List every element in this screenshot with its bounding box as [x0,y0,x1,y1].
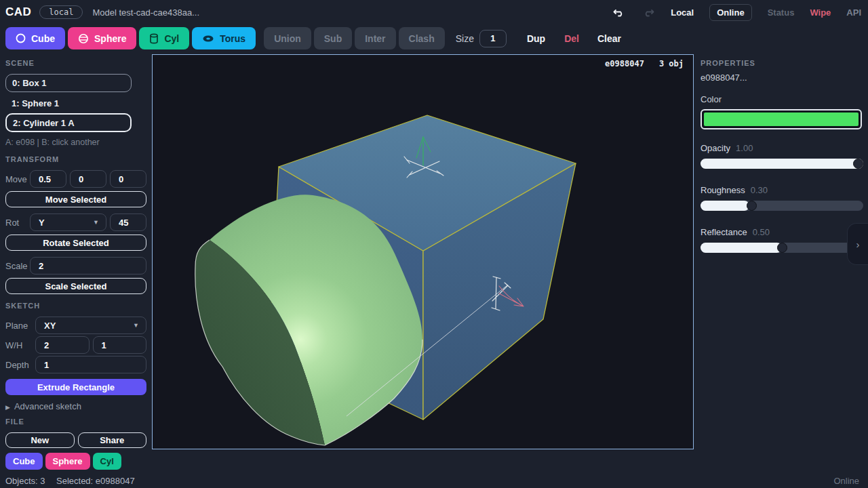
transform-header: TRANSFORM [5,155,146,163]
move-y-input[interactable] [70,170,106,188]
share-button[interactable]: Share [78,432,147,448]
undo-icon[interactable] [612,5,626,19]
rot-label: Rot [5,218,30,228]
connection-status: Online [833,476,859,486]
redo-icon[interactable] [642,5,655,19]
triangle-right-icon: ▶ [5,404,10,411]
scale-input[interactable] [30,257,146,274]
selected-status: Selected: e0988047 [56,476,135,486]
union-button[interactable]: Union [264,27,311,49]
model-name: Model test-cad-cae438aa... [92,7,199,18]
left-sidebar: SCENE 0: Box 1 1: Sphere 1 2: Cylinder 1… [0,49,152,450]
quick-add-chips: Cube Sphere Cyl [5,453,121,470]
width-input[interactable] [35,336,90,354]
sketch-header: SKETCH [5,302,146,310]
add-cyl-button[interactable]: Cyl [139,27,189,49]
plane-select[interactable]: XY▼ [35,317,146,334]
reflectance-slider[interactable] [701,243,863,253]
torus-icon [202,35,214,43]
move-x-input[interactable] [30,170,66,188]
slider-thumb[interactable] [747,201,757,211]
size-label: Size [456,33,474,44]
scene-header: SCENE [5,59,146,67]
rot-angle-input[interactable] [110,214,146,231]
nav-status[interactable]: Status [768,7,795,18]
nav-wipe[interactable]: Wipe [810,7,831,18]
wh-label: W/H [5,340,35,350]
new-button[interactable]: New [5,432,75,448]
rot-axis-select[interactable]: Y▼ [30,214,106,231]
add-cube-button[interactable]: Cube [5,27,65,49]
add-torus-button[interactable]: Torus [192,27,256,49]
scene-render [153,55,693,449]
reflectance-row: Reflectance0.50 [701,227,862,237]
chevron-down-icon: ▼ [133,322,139,329]
rotate-selected-button[interactable]: Rotate Selected [5,235,146,251]
hud-selected-id: e0988047 [605,59,644,68]
status-bar: Objects: 3 Selected: e0988047 Online [0,474,868,488]
advanced-sketch-toggle[interactable]: ▶Advanced sketch [5,401,146,411]
depth-input[interactable] [35,356,146,373]
selected-object-id: e0988047... [701,73,862,83]
color-swatch [704,113,859,126]
move-selected-button[interactable]: Move Selected [5,191,146,207]
move-z-input[interactable] [110,170,146,188]
extrude-rectangle-button[interactable]: Extrude Rectangle [5,379,146,395]
cylinder-icon [149,33,159,44]
selection-hint: A: e098 | B: click another [5,138,146,147]
roughness-slider[interactable] [701,201,863,211]
viewport-3d[interactable]: e0988047 3 obj [152,54,694,449]
nav-local[interactable]: Local [671,7,694,18]
quick-cyl-button[interactable]: Cyl [93,453,121,470]
inter-button[interactable]: Inter [355,27,395,49]
height-input[interactable] [93,336,147,354]
properties-header: PROPERTIES [701,59,862,67]
scene-item-box[interactable]: 0: Box 1 [5,74,132,92]
file-header: FILE [5,418,146,426]
size-input[interactable] [479,30,507,47]
slider-thumb[interactable] [777,243,787,253]
slider-thumb[interactable] [853,159,863,169]
opacity-slider[interactable] [701,159,863,169]
nav-online[interactable]: Online [709,4,751,21]
plane-label: Plane [5,321,35,331]
scene-item-cylinder[interactable]: 2: Cylinder 1 A [5,113,132,132]
depth-label: Depth [5,360,35,370]
top-bar: CAD local Model test-cad-cae438aa... Loc… [0,0,868,24]
local-badge: local [39,5,83,19]
shape-toolbar: Cube Sphere Cyl Torus Union Sub Inter Cl… [0,26,868,50]
quick-sphere-button[interactable]: Sphere [45,453,90,470]
panel-expand-button[interactable]: › [847,223,868,265]
duplicate-button[interactable]: Dup [527,33,545,44]
sphere-icon [78,33,89,44]
move-label: Move [5,174,30,184]
scale-label: Scale [5,261,30,271]
hud-object-count: 3 obj [659,59,684,68]
chevron-down-icon: ▼ [93,219,99,226]
scale-selected-button[interactable]: Scale Selected [5,278,146,294]
color-label: Color [701,94,862,104]
properties-panel: PROPERTIES e0988047... Color Opacity1.00… [694,54,868,269]
add-sphere-button[interactable]: Sphere [68,27,136,49]
chevron-right-icon: › [856,239,860,250]
clear-button[interactable]: Clear [597,33,621,44]
objects-count: Objects: 3 [5,476,45,486]
top-nav: Local Online Status Wipe API [612,0,861,24]
quick-cube-button[interactable]: Cube [5,453,43,470]
sub-button[interactable]: Sub [314,27,352,49]
viewport-hud: e0988047 3 obj [605,59,684,68]
clash-button[interactable]: Clash [399,27,445,49]
delete-button[interactable]: Del [564,33,579,44]
cube-icon [16,33,26,43]
app-title: CAD [5,5,31,19]
nav-api[interactable]: API [846,7,861,18]
scene-item-sphere[interactable]: 1: Sphere 1 [5,96,132,110]
color-picker[interactable] [701,109,862,129]
roughness-row: Roughness0.30 [701,185,862,195]
opacity-row: Opacity1.00 [701,143,862,153]
